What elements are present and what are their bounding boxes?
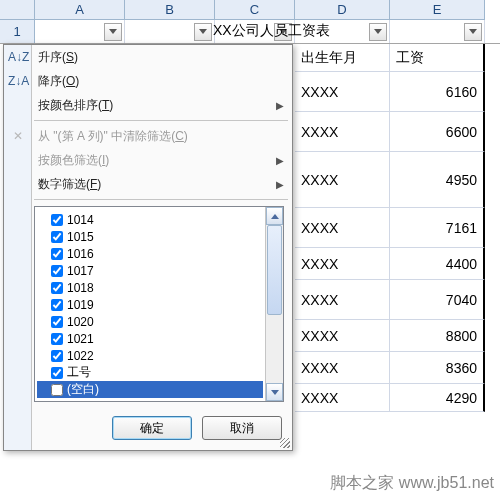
filter-item-label: 工号 (67, 364, 91, 381)
cell-e[interactable]: 8800 (390, 320, 485, 352)
menu-clear-filter: ✕ 从 "(第 A 列)" 中清除筛选(C) (4, 124, 292, 148)
cell-e1[interactable] (390, 20, 485, 43)
filter-checkbox[interactable] (51, 265, 63, 277)
resize-grip-icon[interactable] (280, 438, 290, 448)
filter-checkbox[interactable] (51, 231, 63, 243)
filter-item[interactable]: 工号 (37, 364, 263, 381)
filter-item-label: 1022 (67, 349, 94, 363)
sort-asc-icon: A↓Z (8, 50, 28, 64)
cell-d[interactable]: XXXX (295, 112, 390, 152)
col-header-e[interactable]: E (390, 0, 485, 20)
menu-number-filter[interactable]: 数字筛选(F) ▶ (4, 172, 292, 196)
watermark: 脚本之家 www.jb51.net (330, 473, 494, 494)
filter-item[interactable]: 1015 (37, 228, 263, 245)
cell-d[interactable]: XXXX (295, 208, 390, 248)
chevron-right-icon: ▶ (276, 100, 284, 111)
filter-item-label: 1021 (67, 332, 94, 346)
sheet-title: XX公司人员工资表 (213, 22, 330, 40)
filter-checkbox[interactable] (51, 316, 63, 328)
cell-e[interactable]: 4290 (390, 384, 485, 412)
filter-values-list[interactable]: 101410151016101710181019102010211022工号(空… (35, 207, 265, 401)
col-header-b[interactable]: B (125, 0, 215, 20)
filter-item-label: 1019 (67, 298, 94, 312)
scroll-up-button[interactable] (266, 207, 283, 225)
filter-item[interactable]: 1018 (37, 279, 263, 296)
filter-button-e[interactable] (464, 23, 482, 41)
cancel-button[interactable]: 取消 (202, 416, 282, 440)
cell-d[interactable]: XXXX (295, 352, 390, 384)
menu-filter-by-color: 按颜色筛选(I) ▶ (4, 148, 292, 172)
cell-e[interactable]: 7040 (390, 280, 485, 320)
column-header-row: A B C D E (0, 0, 500, 20)
filter-checkbox[interactable] (51, 350, 63, 362)
filter-checkbox[interactable] (51, 367, 63, 379)
filter-item[interactable]: 1021 (37, 330, 263, 347)
menu-separator (34, 120, 288, 121)
cell-d[interactable]: XXXX (295, 384, 390, 412)
cell-e[interactable]: 4400 (390, 248, 485, 280)
col-header-c[interactable]: C (215, 0, 295, 20)
menu-sort-by-color[interactable]: 按颜色排序(T) ▶ (4, 93, 292, 117)
filter-button-a[interactable] (104, 23, 122, 41)
filter-item-label: 1020 (67, 315, 94, 329)
ok-button[interactable]: 确定 (112, 416, 192, 440)
scroll-down-button[interactable] (266, 383, 283, 401)
scrollbar[interactable] (265, 207, 283, 401)
cell-a1[interactable] (35, 20, 125, 43)
chevron-right-icon: ▶ (276, 179, 284, 190)
menu-separator (34, 199, 288, 200)
select-all-corner[interactable] (0, 0, 35, 20)
cell-e[interactable]: 4950 (390, 152, 485, 208)
filter-checkbox[interactable] (51, 214, 63, 226)
filter-checkbox[interactable] (51, 282, 63, 294)
filter-values-box: 101410151016101710181019102010211022工号(空… (34, 206, 284, 402)
filter-item[interactable]: 1014 (37, 211, 263, 228)
row-header-1[interactable]: 1 (0, 20, 35, 43)
filter-item-label: (空白) (67, 381, 99, 398)
filter-item-label: 1017 (67, 264, 94, 278)
cell-e[interactable]: 7161 (390, 208, 485, 248)
sort-desc-icon: Z↓A (8, 74, 28, 88)
header-salary: 工资 (390, 44, 485, 72)
filter-dropdown-menu: A↓Z 升序(S) Z↓A 降序(O) 按颜色排序(T) ▶ ✕ 从 "(第 A… (3, 44, 293, 451)
clear-filter-icon: ✕ (8, 129, 28, 143)
scroll-thumb[interactable] (267, 225, 282, 315)
cell-d[interactable]: XXXX (295, 280, 390, 320)
cell-d[interactable]: XXXX (295, 320, 390, 352)
filter-checkbox[interactable] (51, 384, 63, 396)
menu-sort-asc[interactable]: A↓Z 升序(S) (4, 45, 292, 69)
filter-item[interactable]: 1016 (37, 245, 263, 262)
filter-item-label: 1016 (67, 247, 94, 261)
dialog-button-row: 确定 取消 (4, 408, 292, 450)
filter-item-label: 1015 (67, 230, 94, 244)
filter-item[interactable]: 1017 (37, 262, 263, 279)
cell-e[interactable]: 6600 (390, 112, 485, 152)
filter-checkbox[interactable] (51, 333, 63, 345)
filter-item[interactable]: 1020 (37, 313, 263, 330)
filter-button-d[interactable] (369, 23, 387, 41)
filter-item[interactable]: 1019 (37, 296, 263, 313)
chevron-right-icon: ▶ (276, 155, 284, 166)
cell-d[interactable]: XXXX (295, 152, 390, 208)
cell-e[interactable]: 8360 (390, 352, 485, 384)
filter-item[interactable]: (空白) (37, 381, 263, 398)
cell-d[interactable]: XXXX (295, 72, 390, 112)
cell-b1[interactable] (125, 20, 215, 43)
filter-checkbox[interactable] (51, 248, 63, 260)
cell-d[interactable]: XXXX (295, 248, 390, 280)
filter-item-label: 1014 (67, 213, 94, 227)
filter-item[interactable]: 1022 (37, 347, 263, 364)
filter-item-label: 1018 (67, 281, 94, 295)
header-birth: 出生年月 (295, 44, 390, 72)
col-header-d[interactable]: D (295, 0, 390, 20)
menu-sort-desc[interactable]: Z↓A 降序(O) (4, 69, 292, 93)
filter-button-b[interactable] (194, 23, 212, 41)
cell-e[interactable]: 6160 (390, 72, 485, 112)
filter-checkbox[interactable] (51, 299, 63, 311)
col-header-a[interactable]: A (35, 0, 125, 20)
